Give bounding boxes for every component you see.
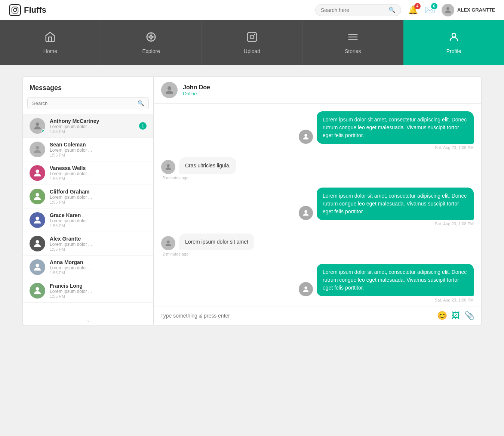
explore-icon — [145, 31, 157, 45]
chat-panel: John Doe Online Lorem ipsum dolor sit am… — [153, 76, 482, 325]
contact-info: Francis Long Lorem ipsum dolor ... 1:55 … — [50, 283, 147, 299]
user-name: ALEX GRANTTE — [457, 7, 495, 13]
svg-point-21 — [36, 264, 39, 267]
contact-time: 1:55 PM — [50, 200, 147, 204]
contact-name: Grace Karen — [50, 212, 147, 218]
navbar: Home Explore Upload Stories Profile — [0, 20, 504, 65]
contacts-list: Anthony McCartney Lorem ipsum dolor ... … — [23, 114, 153, 315]
contact-name: Vanessa Wells — [50, 165, 147, 171]
message-row: Lorem ipsum dolor sit amet, consectetur … — [161, 264, 474, 302]
contact-info: Grace Karen Lorem ipsum dolor ... 1:55 P… — [50, 212, 147, 228]
message-bubble-wrap: Lorem ipsum dolor sit amet, consectetur … — [299, 111, 474, 144]
scroll-down-indicator[interactable]: ⌄ — [23, 315, 153, 325]
svg-point-17 — [36, 170, 39, 173]
contact-info: Sean Coleman Lorem ipsum dolor ... 1:55 … — [50, 142, 147, 157]
nav-explore[interactable]: Explore — [101, 20, 202, 65]
list-item[interactable]: Clifford Graham Lorem ipsum dolor ... 1:… — [23, 185, 153, 208]
contact-time: 1:55 PM — [50, 176, 147, 181]
message-bubble: Lorem ipsum dolor sit amet, consectetur … — [317, 264, 474, 296]
list-item[interactable]: Anna Morgan Lorem ipsum dolor ... 1:55 P… — [23, 256, 153, 279]
contact-time: 1:55 PM — [50, 270, 147, 275]
messages-search-input[interactable] — [32, 101, 138, 106]
contact-name: Alex Grantte — [50, 236, 147, 242]
svg-point-16 — [36, 146, 39, 149]
unread-badge: 1 — [139, 122, 147, 130]
nav-home[interactable]: Home — [0, 20, 101, 65]
svg-point-28 — [304, 287, 307, 289]
avatar — [30, 165, 45, 181]
chat-contact-name: John Doe — [183, 84, 210, 91]
svg-point-10 — [254, 34, 255, 35]
nav-stories[interactable]: Stories — [302, 20, 403, 65]
messages-title: Messages — [23, 84, 153, 97]
messages-button[interactable]: ✉️ 6 — [425, 5, 435, 15]
contact-preview: Lorem ipsum dolor ... — [50, 148, 147, 153]
list-item[interactable]: Grace Karen Lorem ipsum dolor ... 1:55 P… — [23, 208, 153, 232]
message-bubble: Lorem ipsum dolor sit amet — [179, 234, 254, 250]
list-item[interactable]: Sean Coleman Lorem ipsum dolor ... 1:55 … — [23, 138, 153, 161]
sender-avatar — [299, 206, 313, 220]
nav-upload[interactable]: Upload — [202, 20, 303, 65]
svg-point-25 — [167, 164, 169, 167]
svg-point-9 — [250, 35, 254, 39]
svg-point-20 — [36, 240, 39, 244]
nav-profile-label: Profile — [446, 48, 461, 54]
notifications-badge: 4 — [414, 3, 421, 9]
message-time: 5 minutes ago — [161, 176, 188, 180]
upload-icon — [246, 31, 258, 45]
message-row: Cras ultricies ligula. 5 minutes ago — [161, 157, 474, 180]
contact-preview: Lorem ipsum dolor ... — [50, 124, 135, 129]
contact-time: 1:55 PM — [50, 294, 147, 299]
search-bar[interactable]: 🔍 — [315, 4, 401, 16]
avatar — [30, 283, 45, 299]
chat-body: Lorem ipsum dolor sit amet, consectetur … — [154, 104, 481, 306]
nav-explore-label: Explore — [142, 48, 160, 54]
message-bubble: Lorem ipsum dolor sit amet, consectetur … — [317, 188, 474, 220]
image-button[interactable]: 🖼 — [452, 311, 460, 321]
messages-search-bar[interactable]: 🔍 — [27, 97, 149, 109]
contact-info: Clifford Graham Lorem ipsum dolor ... 1:… — [50, 189, 147, 204]
svg-point-27 — [167, 241, 169, 243]
chat-input-bar: 😊 🖼 📎 — [154, 306, 481, 325]
user-profile-button[interactable]: ALEX GRANTTE — [442, 4, 495, 16]
notifications-button[interactable]: 🔔 4 — [408, 5, 418, 15]
nav-profile[interactable]: Profile — [403, 20, 504, 65]
contact-name: Anthony McCartney — [50, 118, 135, 124]
list-item[interactable]: Vanessa Wells Lorem ipsum dolor ... 1:55… — [23, 161, 153, 185]
contact-info: Alex Grantte Lorem ipsum dolor ... 1:55 … — [50, 236, 147, 251]
svg-point-26 — [304, 210, 307, 213]
chat-contact-avatar — [161, 82, 178, 98]
message-time: Sat, Aug 23, 1:08 PM — [435, 298, 474, 302]
svg-point-3 — [446, 7, 449, 10]
svg-point-24 — [304, 134, 307, 137]
logo[interactable]: Fluffs — [9, 4, 46, 16]
message-time: Sat, Aug 23, 1:08 PM — [435, 145, 474, 150]
contact-time: 1:55 PM — [50, 153, 147, 157]
main-content: Messages 🔍 Anthony McCartney Lorem ipsum… — [0, 65, 504, 337]
chat-user-info: John Doe Online — [183, 84, 210, 96]
list-item[interactable]: Francis Long Lorem ipsum dolor ... 1:55 … — [23, 279, 153, 303]
message-row: Lorem ipsum dolor sit amet, consectetur … — [161, 111, 474, 150]
contact-preview: Lorem ipsum dolor ... — [50, 265, 147, 270]
svg-rect-8 — [247, 32, 256, 41]
attach-button[interactable]: 📎 — [464, 311, 474, 321]
emoji-button[interactable]: 😊 — [437, 311, 447, 321]
message-bubble: Cras ultricies ligula. — [179, 157, 236, 174]
list-item[interactable]: Alex Grantte Lorem ipsum dolor ... 1:55 … — [23, 232, 153, 256]
topbar: Fluffs 🔍 🔔 4 ✉️ 6 ALEX GRANTTE — [0, 0, 504, 20]
contact-name: Sean Coleman — [50, 142, 147, 148]
svg-point-2 — [16, 8, 17, 9]
sender-avatar — [299, 282, 313, 296]
message-time: Sat, Aug 23, 1:08 PM — [435, 222, 474, 226]
messages-badge: 6 — [431, 3, 437, 9]
contact-time: 1:55 PM — [50, 223, 147, 228]
search-input[interactable] — [321, 7, 388, 13]
contact-preview: Lorem ipsum dolor ... — [50, 195, 147, 200]
contact-info: Anthony McCartney Lorem ipsum dolor ... … — [50, 118, 135, 134]
sender-avatar — [299, 130, 313, 144]
home-icon — [44, 31, 56, 45]
contact-preview: Lorem ipsum dolor ... — [50, 218, 147, 223]
list-item[interactable]: Anthony McCartney Lorem ipsum dolor ... … — [23, 114, 153, 138]
stories-icon — [347, 31, 359, 45]
chat-input[interactable] — [160, 313, 433, 319]
